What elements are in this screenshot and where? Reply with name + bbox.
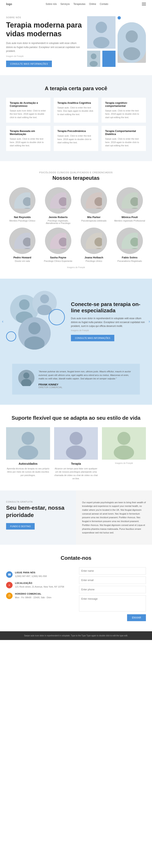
svg-point-47 — [18, 445, 38, 460]
svg-point-1 — [96, 22, 107, 33]
svg-point-8 — [123, 47, 140, 60]
flexible-title: Suporte flexível que se adapta ao seu es… — [6, 415, 146, 421]
testimonial-role: DIRETOR COMERCIAL — [38, 386, 134, 389]
hero-cta-button[interactable]: CONSULTE MAIS INFORMAÇÕES — [6, 61, 52, 67]
svg-point-52 — [118, 432, 130, 445]
message-input[interactable] — [79, 595, 146, 612]
nav-item-therapists[interactable]: Terapeutas — [73, 3, 85, 5]
priority-left: CONSULTA GRATUITA Seu bem-estar, nossa p… — [0, 491, 76, 545]
therapy-card-5: Terapia Comportamental Dialética Saepe a… — [101, 126, 146, 151]
therapy-card-0: Terapia de Aceitação e Compromisso Saepe… — [6, 98, 51, 123]
location-label: LOCALIZAÇÃO — [15, 582, 64, 584]
contact-form-area: ENVIAR — [79, 567, 146, 621]
hero-dot — [118, 16, 121, 20]
therapy-card-2: Terapia cognitivo-comportamental Saepe a… — [101, 98, 146, 123]
svg-point-49 — [69, 432, 83, 445]
svg-point-37 — [40, 294, 49, 303]
hero-blue-block — [102, 51, 116, 67]
location-value: 121 Rock street, 21 Avenue, New York, NY… — [15, 585, 64, 589]
therapists-title: Nossos terapeutas — [6, 175, 146, 181]
hero-image-col-2 — [118, 16, 146, 67]
priority-right: Our expert private psychologists are kee… — [76, 491, 152, 545]
online-cta-button[interactable]: CONSULTE MAIS INFORMAÇÕES — [71, 335, 114, 341]
therapist-card-4: Pedro Howard Doutor em sala — [6, 227, 39, 262]
circles-area — [6, 291, 67, 352]
priority-section: CONSULTA GRATUITA Seu bem-estar, nossa p… — [0, 491, 152, 545]
therapist-img-4 — [9, 227, 35, 254]
priority-cta-button[interactable]: FUNDO E DESTINO — [6, 523, 35, 530]
navigation: logo Sobre nós Serviços Terapeutas Onlin… — [0, 0, 152, 8]
flexible-card-1-title: Terapia — [54, 462, 98, 465]
contact-location-detail: LOCALIZAÇÃO 121 Rock street, 21 Avenue, … — [15, 582, 64, 589]
therapy-card-0-text: Saepe aute irure dolor. Click to enter t… — [10, 109, 47, 119]
svg-point-34 — [19, 299, 30, 310]
contact-phone-item: ☎ LIGUE PARA NÓS 1(300) 587-897; 1(300) … — [6, 571, 73, 578]
circle-img-3 — [18, 317, 51, 349]
online-text: Conecte-se para terapia on-line especial… — [71, 301, 146, 341]
therapist-img-2 — [81, 187, 107, 214]
online-description: Duis aute irure dolor in reprehenderit i… — [71, 316, 146, 328]
testimonial-author: FRANK KINNEY — [38, 383, 134, 386]
email-input[interactable] — [79, 577, 146, 584]
hours-value: Mon - Fri: 08h00 - 22h00, Sáb - Dóm — [15, 596, 52, 599]
contact-section: Contate-nos ☎ LIGUE PARA NÓS 1(300) 587-… — [0, 545, 152, 631]
therapy-card-2-text: Saepe aute. Click to enter the text here… — [105, 109, 142, 119]
next-arrow[interactable]: › — [149, 319, 150, 323]
therapist-card-0: Nat Reynolds Membro Psicólogo Clínico — [6, 187, 39, 224]
contact-hours-detail: HORÁRIO COMERCIAL Mon - Fri: 08h00 - 22h… — [15, 593, 52, 599]
hero-image-col-1 — [87, 16, 116, 67]
hero-section: SOBRE NÓS Terapia moderna para vidas mod… — [0, 8, 152, 75]
therapist-name-6: Joana Holbach — [78, 256, 110, 259]
therapy-card-0-title: Terapia de Aceitação e Compromisso — [10, 101, 47, 107]
hero-label: SOBRE NÓS — [6, 16, 83, 19]
phone-icon: ☎ — [6, 571, 12, 578]
therapist-img-3 — [117, 187, 143, 214]
hamburger-line-3 — [142, 5, 146, 5]
therapy-section: A terapia certa para você Terapia de Ace… — [0, 75, 152, 161]
flexible-card-img-2 — [102, 427, 146, 460]
nav-item-online[interactable]: Online — [89, 3, 96, 5]
flexible-section: Suporte flexível que se adapta ao seu es… — [0, 405, 152, 491]
phone-input[interactable] — [79, 586, 146, 593]
nav-item-services[interactable]: Serviços — [60, 3, 70, 5]
location-icon: ⌖ — [6, 582, 12, 588]
flexible-card-1-text: Alcance um tempo para falar com qualquer… — [54, 467, 98, 480]
therapists-subtitle: PSICÓLOGOS CLÍNICOS QUALIFICADOS E CREDE… — [6, 171, 146, 174]
name-input[interactable] — [79, 567, 146, 575]
nav-item-about[interactable]: Sobre nós — [45, 3, 57, 5]
testimonial-quote: "Aenean pulvinar dui ornare, feugiat lor… — [38, 370, 134, 381]
online-section: ‹ Conecte-se para terapia on-line especi… — [0, 279, 152, 364]
therapist-card-6: Joana Holbach Psicólogo clínico — [78, 227, 110, 262]
hero-title: Terapia moderna para vidas modernas — [6, 21, 83, 38]
therapy-card-1-text: Saepe aute. Click to enter the text here… — [57, 106, 94, 116]
therapist-img-0 — [9, 187, 35, 214]
therapists-grid: Nat Reynolds Membro Psicólogo Clínico Je… — [6, 187, 146, 262]
therapist-name-5: Sasha Payne — [42, 256, 74, 259]
hero-freepik: Imagem de Freepik — [6, 55, 83, 57]
therapist-name-7: Fabio Solms — [114, 256, 146, 259]
hamburger-menu[interactable] — [142, 3, 146, 5]
svg-point-46 — [22, 432, 34, 445]
svg-point-4 — [91, 54, 96, 59]
therapists-freepik: Imagens de Freepik — [6, 266, 146, 269]
flexible-card-img-0 — [6, 427, 50, 460]
hero-image-3 — [118, 22, 146, 63]
therapist-role-0: Membro Psicólogo Clínico — [6, 219, 39, 222]
flexible-freepik: Imagens de Freepik — [102, 462, 146, 464]
prev-arrow[interactable]: ‹ — [2, 319, 3, 323]
therapy-card-1-title: Terapia Analítica Cognitiva — [57, 101, 94, 104]
svg-point-53 — [114, 445, 134, 460]
contact-phone-detail: LIGUE PARA NÓS 1(300) 587-897; 1(300) 58… — [15, 571, 47, 578]
therapist-role-7: Psicanalismo Registrado — [114, 260, 146, 262]
therapist-card-1: Jennie Roberts Psicólogo registrado, Ate… — [42, 187, 74, 224]
submit-button[interactable]: ENVIAR — [127, 614, 146, 621]
svg-point-43 — [23, 372, 29, 379]
hours-label: HORÁRIO COMERCIAL — [15, 593, 52, 595]
therapist-img-6 — [81, 227, 107, 254]
therapy-card-3-text: Saepe aute. Click to enter the text here… — [10, 137, 47, 147]
hamburger-line-2 — [142, 4, 146, 4]
phone-label: LIGUE PARA NÓS — [15, 571, 47, 574]
contact-form: ENVIAR — [79, 567, 146, 621]
nav-item-contact[interactable]: Contato — [100, 3, 108, 5]
phone-value: 1(300) 587-897; 1(300) 581-558 — [15, 575, 47, 578]
